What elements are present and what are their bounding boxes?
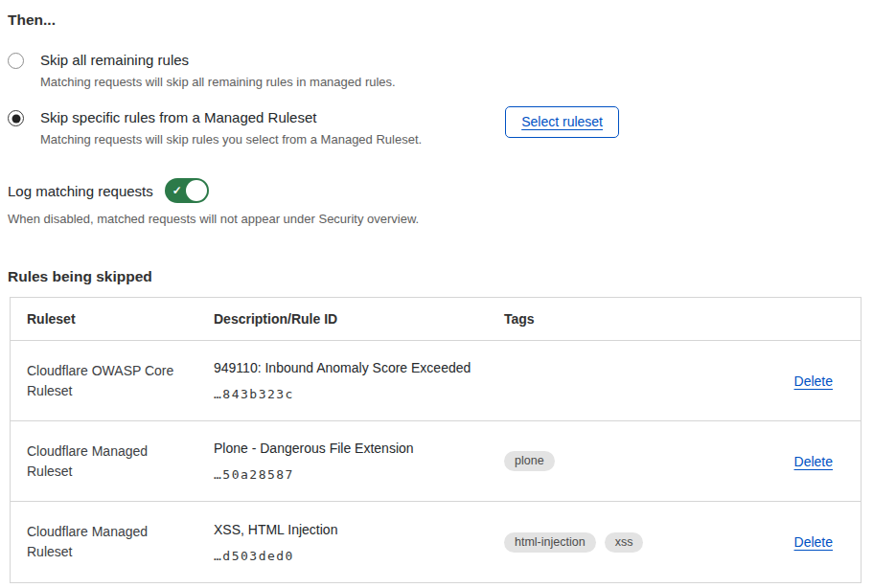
table-row: Cloudflare Managed Ruleset Plone - Dange… — [11, 421, 861, 502]
then-heading: Then... — [0, 0, 873, 29]
log-toggle[interactable]: ✓ — [165, 178, 209, 203]
tags-cell: plone — [504, 451, 775, 471]
log-description: When disabled, matched requests will not… — [0, 212, 873, 226]
radio-skip-specific-rules[interactable] — [8, 110, 24, 126]
rule-id: …d503ded0 — [214, 549, 504, 563]
rules-table-header: Ruleset Description/Rule ID Tags — [11, 298, 861, 341]
waf-rule-config-page: Then... Skip all remaining rules Matchin… — [0, 0, 873, 588]
select-ruleset-button[interactable]: Select ruleset — [505, 106, 619, 138]
description-cell: Plone - Dangerous File Extension …50a285… — [214, 441, 504, 482]
description-cell: 949110: Inbound Anomaly Score Exceeded …… — [214, 360, 504, 401]
option-skip-specific-rules-label[interactable]: Skip specific rules from a Managed Rules… — [40, 109, 505, 125]
log-matching-requests-label: Log matching requests — [8, 183, 153, 199]
tag-pill: html-injection — [504, 532, 596, 553]
column-header-ruleset: Ruleset — [27, 311, 214, 327]
rule-description: Plone - Dangerous File Extension — [214, 441, 504, 457]
delete-link[interactable]: Delete — [794, 534, 833, 550]
rules-table-title: Rules being skipped — [0, 268, 873, 285]
radio-skip-all-rules[interactable] — [8, 53, 24, 69]
table-row: Cloudflare OWASP Core Ruleset 949110: In… — [11, 341, 861, 421]
description-cell: XSS, HTML Injection …d503ded0 — [214, 522, 504, 563]
delete-link[interactable]: Delete — [794, 373, 833, 389]
option-skip-specific-rules-description: Matching requests will skip rules you se… — [40, 132, 505, 147]
toggle-knob — [186, 180, 207, 201]
rule-id: …843b323c — [214, 387, 504, 401]
tag-pill: xss — [605, 532, 644, 553]
rules-table: Ruleset Description/Rule ID Tags Cloudfl… — [10, 297, 862, 583]
log-matching-requests-row: Log matching requests ✓ — [0, 178, 873, 203]
column-header-tags: Tags — [504, 311, 775, 327]
delete-link[interactable]: Delete — [794, 454, 833, 469]
column-header-description: Description/Rule ID — [214, 311, 504, 327]
option-skip-specific-rules: Skip specific rules from a Managed Rules… — [0, 109, 873, 147]
option-skip-all-rules: Skip all remaining rules Matching reques… — [0, 52, 873, 89]
table-row: Cloudflare Managed Ruleset XSS, HTML Inj… — [11, 502, 861, 582]
rule-description: 949110: Inbound Anomaly Score Exceeded — [214, 360, 504, 376]
rule-id: …50a28587 — [214, 467, 504, 482]
tag-pill: plone — [504, 451, 555, 471]
ruleset-cell: Cloudflare OWASP Core Ruleset — [27, 361, 214, 401]
ruleset-cell: Cloudflare Managed Ruleset — [27, 522, 214, 562]
option-skip-all-rules-label[interactable]: Skip all remaining rules — [40, 52, 873, 68]
rule-description: XSS, HTML Injection — [214, 522, 504, 538]
ruleset-cell: Cloudflare Managed Ruleset — [27, 441, 214, 482]
option-skip-all-rules-description: Matching requests will skip all remainin… — [40, 75, 873, 89]
checkmark-icon: ✓ — [172, 183, 182, 198]
rules-table-body: Cloudflare OWASP Core Ruleset 949110: In… — [11, 341, 861, 582]
tags-cell: html-injectionxss — [504, 532, 775, 553]
